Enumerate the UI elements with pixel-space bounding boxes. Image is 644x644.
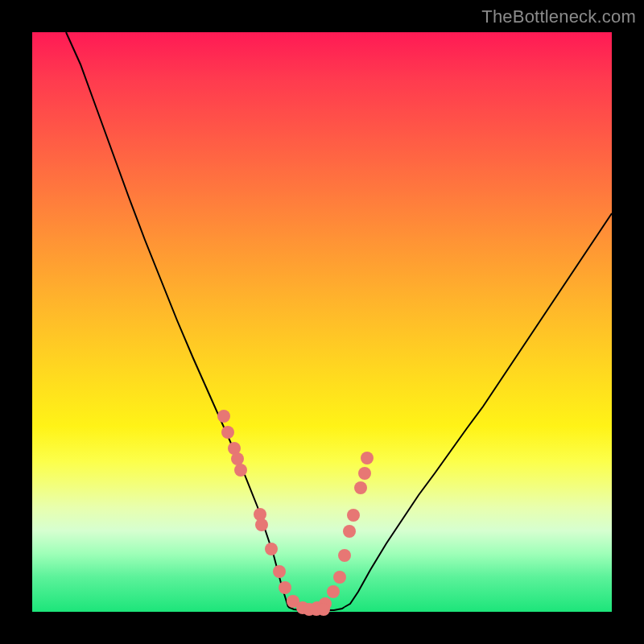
data-point — [231, 452, 244, 465]
data-point — [317, 603, 330, 616]
right-curve — [345, 213, 612, 607]
curve-layer — [32, 32, 612, 612]
left-curve — [66, 32, 288, 607]
data-point — [327, 585, 340, 598]
data-point — [338, 549, 351, 562]
data-point — [347, 509, 360, 522]
data-point — [255, 518, 268, 531]
data-point — [354, 481, 367, 494]
data-point — [221, 426, 234, 439]
data-point — [358, 467, 371, 480]
data-point — [265, 543, 278, 555]
data-point — [273, 565, 286, 578]
data-point — [279, 581, 291, 594]
chart-frame: TheBottleneck.com — [0, 0, 644, 644]
watermark-text: TheBottleneck.com — [481, 6, 636, 27]
data-point — [333, 571, 346, 584]
data-point — [217, 410, 230, 423]
plot-area — [32, 32, 612, 612]
data-point — [361, 452, 374, 464]
data-points — [217, 410, 374, 616]
data-point — [343, 525, 356, 538]
data-point — [234, 464, 247, 477]
